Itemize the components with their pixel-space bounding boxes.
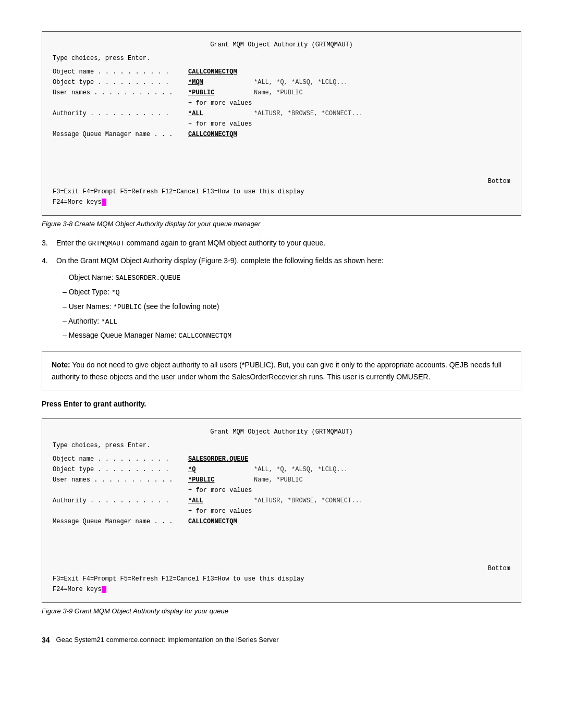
field-user-more-9: + for more values [53,486,510,495]
bullet-object-name: Object Name: SALESORDER.QUEUE [63,272,521,284]
note-text: You do not need to give object authority… [52,361,501,380]
footer-text: Geac System21 commerce.connect: Implemen… [56,636,279,644]
step-3: 3. Enter the GRTMQMAUT command again to … [42,237,521,250]
field-object-name: Object name . . . . . . . . . . CALLCONN… [53,67,510,77]
field-authority-more-9: + for more values [53,507,510,516]
figure-3-8-caption: Figure 3-8 Create MQM Object Authority d… [42,220,521,228]
field-mqm-name: Message Queue Manager name . . . CALLCON… [53,130,510,139]
figure-3-9-caption: Figure 3-9 Grant MQM Object Authority di… [42,607,521,615]
bullet-list: Object Name: SALESORDER.QUEUE Object Typ… [63,272,521,342]
field-object-type-9: Object type . . . . . . . . . . *Q *ALL,… [53,465,510,474]
bullet-authority: Authority: *ALL [63,315,521,328]
bullet-mqm-name: Message Queue Manager Name: CALLCONNECTQ… [63,329,521,342]
figure-3-8-terminal: Grant MQM Object Authority (GRTMQMAUT) T… [42,31,521,216]
fkeys-row1: F3=Exit F4=Prompt F5=Refresh F12=Cancel … [53,187,510,196]
page-number: 34 [42,636,50,644]
note-label: Note: [52,361,70,369]
field-object-name-9: Object name . . . . . . . . . . SALESORD… [53,454,510,464]
terminal-title-9: Grant MQM Object Authority (GRTMQMAUT) [53,427,510,437]
field-mqm-name-9: Message Queue Manager name . . . CALLCON… [53,517,510,526]
field-authority-more: + for more values [53,119,510,129]
field-authority: Authority . . . . . . . . . . . *ALL *AL… [53,109,510,118]
field-authority-9: Authority . . . . . . . . . . . *ALL *AL… [53,496,510,505]
fkeys-row1-9: F3=Exit F4=Prompt F5=Refresh F12=Cancel … [53,574,510,584]
terminal-bottom-9: Bottom [53,564,510,573]
terminal-subtitle: Type choices, press Enter. [53,54,510,63]
field-object-type: Object type . . . . . . . . . . *MQM *AL… [53,78,510,87]
fkeys-row2: F24=More keys [53,198,510,207]
step-4: 4. On the Grant MQM Object Authority dis… [42,255,521,266]
field-user-names-9: User names . . . . . . . . . . . *PUBLIC… [53,475,510,485]
note-box: Note: You do not need to give object aut… [42,351,521,390]
field-user-names: User names . . . . . . . . . . . *PUBLIC… [53,88,510,97]
page-footer: 34 Geac System21 commerce.connect: Imple… [42,636,521,644]
fkeys-row2-9: F24=More keys [53,585,510,594]
bullet-user-names: User Names: *PUBLIC (see the following n… [63,301,521,313]
terminal-title: Grant MQM Object Authority (GRTMQMAUT) [53,40,510,50]
field-user-more: + for more values [53,98,510,108]
terminal-subtitle-9: Type choices, press Enter. [53,441,510,450]
figure-3-9-terminal: Grant MQM Object Authority (GRTMQMAUT) T… [42,418,521,603]
bullet-object-type: Object Type: *Q [63,286,521,299]
terminal-bottom: Bottom [53,177,510,186]
press-enter-text: Press Enter to grant authority. [42,400,521,408]
